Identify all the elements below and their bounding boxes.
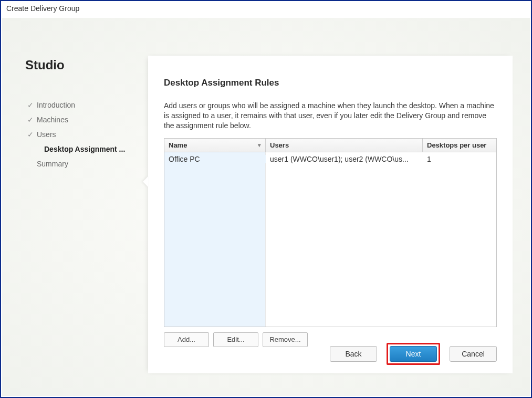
column-header-name[interactable]: Name ▾ (164, 139, 266, 152)
panel-arrow-icon (143, 176, 148, 187)
wizard-buttons: Back Next Cancel (330, 343, 497, 365)
column-header-desktops-per-user[interactable]: Desktops per user (423, 139, 496, 152)
nav-list: ✓ Introduction ✓ Machines ✓ Users ✓ Desk… (25, 98, 143, 171)
column-label: Desktops per user (427, 141, 486, 149)
window-title: Create Delivery Group (1, 1, 531, 18)
edit-button[interactable]: Edit... (213, 332, 258, 347)
sidebar: Studio ✓ Introduction ✓ Machines ✓ Users… (25, 58, 143, 368)
nav-label: Introduction (37, 101, 75, 109)
column-label: Name (169, 141, 187, 149)
nav-label: Desktop Assignment ... (44, 145, 125, 153)
sort-down-icon: ▾ (258, 142, 261, 149)
check-icon: ✓ (27, 130, 35, 139)
main-panel: Desktop Assignment Rules Add users or gr… (148, 56, 513, 373)
wizard-body: Studio ✓ Introduction ✓ Machines ✓ Users… (2, 18, 530, 396)
nav-label: Summary (37, 160, 68, 168)
table-body-bg (164, 152, 496, 327)
brand-title: Studio (25, 58, 143, 72)
cell-users: user1 (WWCO\user1); user2 (WWCO\us... (266, 155, 423, 163)
check-icon: ✓ (27, 101, 35, 109)
next-button-highlight: Next (387, 343, 440, 365)
rules-table: Name ▾ Users Desktops per user (164, 138, 497, 327)
nav-label: Users (37, 130, 56, 139)
add-button[interactable]: Add... (164, 332, 209, 347)
nav-item-introduction[interactable]: ✓ Introduction (25, 98, 143, 112)
panel-heading: Desktop Assignment Rules (164, 78, 497, 88)
column-label: Users (270, 141, 289, 149)
check-icon: ✓ (27, 116, 35, 124)
next-button[interactable]: Next (390, 346, 437, 362)
nav-item-machines[interactable]: ✓ Machines (25, 112, 143, 127)
remove-button[interactable]: Remove... (263, 332, 308, 347)
cell-dpu: 1 (423, 155, 496, 163)
nav-item-summary[interactable]: ✓ Summary (25, 156, 143, 171)
table-row[interactable]: Office PC user1 (WWCO\user1); user2 (WWC… (164, 152, 496, 166)
cell-name: Office PC (164, 155, 266, 163)
nav-item-users[interactable]: ✓ Users (25, 127, 143, 142)
back-button[interactable]: Back (330, 346, 377, 362)
cancel-button[interactable]: Cancel (450, 346, 497, 362)
table-header: Name ▾ Users Desktops per user (164, 139, 496, 152)
column-header-users[interactable]: Users (266, 139, 423, 152)
nav-label: Machines (37, 116, 68, 124)
nav-item-desktop-assignment[interactable]: ✓ Desktop Assignment ... (25, 142, 143, 156)
panel-description: Add users or groups who will be assigned… (164, 101, 497, 131)
